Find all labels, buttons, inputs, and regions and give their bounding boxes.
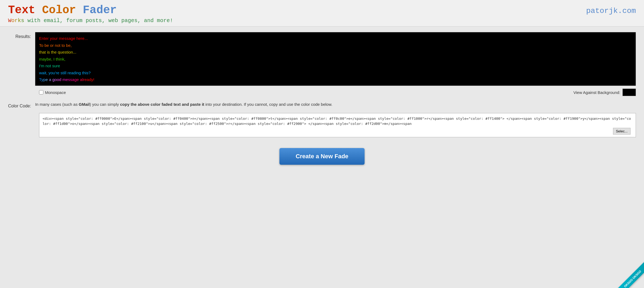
- options-row: Monospace View Against Background: ■ □ R: [39, 89, 636, 96]
- color-code-section: Color Code: In many cases (such as GMail…: [8, 101, 636, 137]
- watermark: OKSGO OKSGO: [601, 245, 644, 288]
- results-section: Results: Enter your message here... To b…: [8, 32, 636, 86]
- site-link[interactable]: patorjk.com: [586, 7, 636, 15]
- results-display: Enter your message here... To be or not …: [35, 32, 636, 86]
- view-bg-option: View Against Background: ■ □ R: [573, 89, 636, 96]
- select-all-button[interactable]: Selec...: [613, 128, 631, 135]
- gmail-bold: GMail: [79, 102, 90, 107]
- create-fade-section: Create a New Fade: [8, 148, 636, 165]
- title-text: Text: [8, 4, 35, 17]
- monospace-option[interactable]: Monospace: [39, 90, 66, 95]
- result-line-3: that is the question...: [39, 49, 632, 56]
- result-line-7: Type a good message already!: [39, 76, 632, 83]
- bg-color-select[interactable]: ■ □ R: [622, 89, 636, 96]
- color-code-text: <div><span style="color: #ff0000">E</spa…: [43, 117, 631, 126]
- result-line-1: Enter your message here...: [39, 35, 632, 42]
- monospace-checkbox[interactable]: [39, 90, 43, 94]
- copy-bold: copy the above color faded text and past…: [120, 102, 205, 107]
- color-code-box[interactable]: <div><span style="color: #ff0000">E</spa…: [39, 113, 636, 137]
- title-fader: Fader: [83, 4, 117, 17]
- title-color: Color: [42, 4, 76, 17]
- result-line-5: I'm not sure: [39, 62, 632, 69]
- color-code-description: In many cases (such as GMail) you can si…: [35, 101, 636, 108]
- app-subtitle: Works with email, forum posts, web pages…: [8, 17, 173, 24]
- color-code-row: Color Code: In many cases (such as GMail…: [8, 101, 636, 110]
- result-line-2: To be or not to be,: [39, 42, 632, 49]
- result-line-6: wait, you're still reading this?: [39, 69, 632, 76]
- header: Text Color Fader Works with email, forum…: [0, 0, 644, 27]
- results-label: Results:: [8, 32, 35, 39]
- view-bg-label: View Against Background:: [573, 90, 620, 95]
- app-title: Text Color Fader: [8, 4, 173, 16]
- create-fade-button[interactable]: Create a New Fade: [279, 148, 365, 165]
- main-content: Results: Enter your message here... To b…: [0, 27, 644, 170]
- color-code-label: Color Code:: [8, 101, 35, 108]
- result-line-4: maybe, I think,: [39, 56, 632, 63]
- monospace-label-text: Monospace: [45, 90, 66, 95]
- watermark-ribbon: OKSGO OKSGO: [612, 259, 644, 288]
- header-left: Text Color Fader Works with email, forum…: [8, 4, 173, 24]
